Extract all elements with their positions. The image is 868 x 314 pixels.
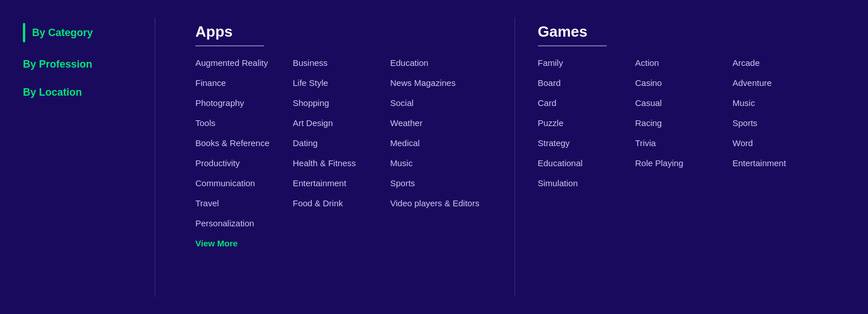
games-board[interactable]: Board [538, 78, 624, 88]
sidebar-label-by-profession: By Profession [23, 58, 92, 70]
games-entertainment[interactable]: Entertainment [733, 158, 819, 168]
games-action[interactable]: Action [635, 58, 721, 68]
apps-col-3: Education News Magazines Social Weather … [390, 58, 491, 248]
apps-col-2: Business Life Style Shopping Art Design … [293, 58, 390, 248]
games-columns: Family Board Card Puzzle Strategy Educat… [538, 58, 834, 198]
sidebar: By Category By Profession By Location [23, 17, 126, 297]
apps-personalization-row: Personalization View More [195, 218, 281, 248]
apps-view-more[interactable]: View More [195, 238, 281, 248]
apps-tools[interactable]: Tools [195, 118, 281, 128]
games-section: Games Family Board Card Puzzle Strategy … [527, 17, 846, 297]
apps-finance[interactable]: Finance [195, 78, 281, 88]
apps-art-design[interactable]: Art Design [293, 118, 379, 128]
games-music[interactable]: Music [733, 98, 819, 108]
games-trivia[interactable]: Trivia [635, 138, 721, 148]
apps-entertainment[interactable]: Entertainment [293, 178, 379, 188]
games-adventure[interactable]: Adventure [733, 78, 819, 88]
games-role-playing[interactable]: Role Playing [635, 158, 721, 168]
sidebar-label-by-category: By Category [32, 27, 93, 39]
apps-title: Apps [195, 23, 492, 41]
apps-education[interactable]: Education [390, 58, 480, 68]
games-word[interactable]: Word [733, 138, 819, 148]
apps-news-magazines[interactable]: News Magazines [390, 78, 480, 88]
games-sports[interactable]: Sports [733, 118, 819, 128]
games-educational[interactable]: Educational [538, 158, 624, 168]
games-underline [538, 45, 607, 46]
sidebar-item-by-profession[interactable]: By Profession [23, 58, 126, 70]
apps-video-players[interactable]: Video players & Editors [390, 198, 480, 208]
games-casino[interactable]: Casino [635, 78, 721, 88]
sidebar-label-by-location: By Location [23, 87, 82, 99]
apps-columns: Augmented Reality Finance Photography To… [195, 58, 492, 248]
apps-dating[interactable]: Dating [293, 138, 379, 148]
apps-business[interactable]: Business [293, 58, 379, 68]
apps-medical[interactable]: Medical [390, 138, 480, 148]
sidebar-item-by-location[interactable]: By Location [23, 87, 126, 99]
apps-shopping[interactable]: Shopping [293, 98, 379, 108]
apps-health-fitness[interactable]: Health & Fitness [293, 158, 379, 168]
games-title: Games [538, 23, 834, 41]
games-family[interactable]: Family [538, 58, 624, 68]
games-card[interactable]: Card [538, 98, 624, 108]
games-arcade[interactable]: Arcade [733, 58, 819, 68]
sidebar-divider [155, 17, 155, 297]
apps-food-drink[interactable]: Food & Drink [293, 198, 379, 208]
apps-communication[interactable]: Communication [195, 178, 281, 188]
apps-books-reference[interactable]: Books & Reference [195, 138, 281, 148]
active-bar [23, 23, 25, 42]
apps-sports[interactable]: Sports [390, 178, 480, 188]
games-casual[interactable]: Casual [635, 98, 721, 108]
apps-travel[interactable]: Travel [195, 198, 281, 208]
apps-photography[interactable]: Photography [195, 98, 281, 108]
games-simulation[interactable]: Simulation [538, 178, 624, 188]
games-col-3: Arcade Adventure Music Sports Word Enter… [733, 58, 830, 198]
apps-music[interactable]: Music [390, 158, 480, 168]
games-strategy[interactable]: Strategy [538, 138, 624, 148]
apps-productivity[interactable]: Productivity [195, 158, 281, 168]
main-content: Apps Augmented Reality Finance Photograp… [184, 17, 845, 297]
apps-underline [195, 45, 264, 46]
apps-personalization[interactable]: Personalization [195, 218, 281, 228]
apps-social[interactable]: Social [390, 98, 480, 108]
main-container: By Category By Profession By Location Ap… [0, 0, 868, 314]
games-puzzle[interactable]: Puzzle [538, 118, 624, 128]
apps-games-divider [514, 17, 515, 297]
games-racing[interactable]: Racing [635, 118, 721, 128]
apps-weather[interactable]: Weather [390, 118, 480, 128]
apps-col-1: Augmented Reality Finance Photography To… [195, 58, 293, 248]
games-col-1: Family Board Card Puzzle Strategy Educat… [538, 58, 635, 198]
apps-section: Apps Augmented Reality Finance Photograp… [184, 17, 503, 297]
games-col-2: Action Casino Casual Racing Trivia Role … [635, 58, 733, 198]
apps-life-style[interactable]: Life Style [293, 78, 379, 88]
apps-augmented-reality[interactable]: Augmented Reality [195, 58, 281, 68]
sidebar-item-by-category[interactable]: By Category [23, 23, 126, 42]
